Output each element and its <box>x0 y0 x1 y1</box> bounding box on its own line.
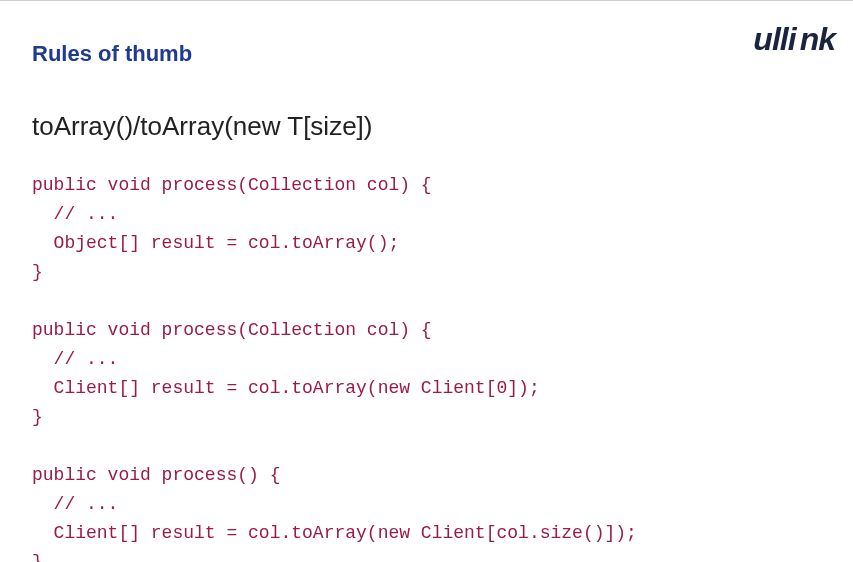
code-block: public void process(Collection col) { //… <box>32 171 637 562</box>
logo-dot-icon: i <box>788 21 800 58</box>
logo-text-part2: nk <box>800 21 835 57</box>
slide-title: Rules of thumb <box>32 41 192 67</box>
brand-logo: ullink <box>753 21 835 58</box>
logo-text-part1: ull <box>753 21 787 57</box>
section-subtitle: toArray()/toArray(new T[size]) <box>32 111 372 142</box>
